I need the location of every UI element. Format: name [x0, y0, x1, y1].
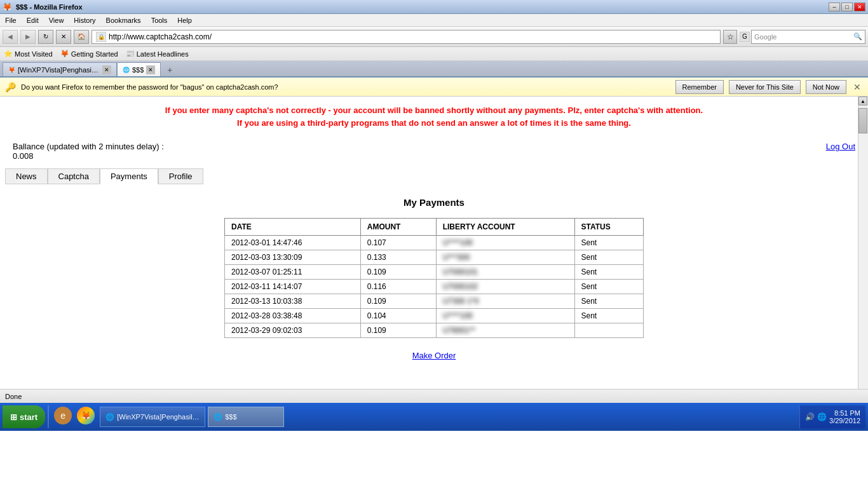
table-row: 2012-03-07 01:25:110.109U7000101Sent [225, 265, 644, 280]
window-chrome: 🦊 $$$ - Mozilla Firefox – □ ✕ [0, 0, 868, 14]
menu-history[interactable]: History [71, 15, 98, 25]
cell-status: Sent [574, 294, 644, 309]
cell-date: 2012-03-03 13:30:09 [225, 250, 361, 265]
cell-status: Sent [574, 236, 644, 250]
cell-amount: 0.109 [360, 294, 436, 309]
taskbar-time: 8:51 PM [829, 409, 860, 417]
most-visited-icon: ⭐ [4, 50, 13, 58]
cell-account: U78001** [436, 323, 574, 338]
window-controls: – □ ✕ [829, 3, 865, 11]
volume-icon[interactable]: 🔊 [805, 412, 815, 421]
cell-account: U7000102 [436, 280, 574, 294]
balance-area: Ballance (updated with 2 minutes delay) … [0, 132, 868, 166]
cell-status: Sent [574, 250, 644, 265]
forward-button[interactable]: ▶ [20, 30, 36, 44]
headlines-icon: 📰 [126, 50, 135, 58]
cell-account: U****100 [436, 309, 574, 323]
tab-news[interactable]: News [5, 168, 48, 184]
never-button[interactable]: Never for This Site [729, 80, 801, 94]
menu-tools[interactable]: Tools [149, 15, 170, 25]
network-icon[interactable]: 🌐 [817, 412, 827, 421]
menu-bookmarks[interactable]: Bookmarks [104, 15, 144, 25]
tab-payments[interactable]: Payments [100, 168, 158, 184]
cell-amount: 0.109 [360, 323, 436, 338]
search-placeholder: Google [754, 33, 776, 41]
getting-started-icon: 🦊 [60, 50, 69, 58]
balance-value: 0.008 [13, 151, 164, 161]
taskbar-ie-icon[interactable]: e [54, 407, 72, 424]
reload-button[interactable]: ↻ [38, 30, 53, 44]
taskbar-system-tray: 🔊 🌐 8:51 PM 3/29/2012 [799, 405, 865, 428]
taskbar-clock: 8:51 PM 3/29/2012 [829, 409, 860, 424]
cell-date: 2012-03-29 09:02:03 [225, 323, 361, 338]
search-input[interactable]: Google 🔍 [751, 30, 865, 44]
cell-account: U***300 [436, 250, 574, 265]
window-title: $$$ - Mozilla Firefox [16, 3, 83, 11]
warning-message: If you enter many captcha's not correctl… [0, 97, 868, 132]
start-icon: ⊞ [10, 412, 17, 422]
tab-1[interactable]: 🌐 $$$ ✕ [117, 62, 161, 76]
search-icon[interactable]: 🔍 [853, 32, 862, 41]
remember-button[interactable]: Remember [675, 80, 724, 94]
tab-1-close[interactable]: ✕ [146, 65, 155, 74]
password-icon: 🔑 [5, 82, 16, 92]
bookmark-most-visited[interactable]: ⭐ Most Visited [4, 50, 53, 58]
close-button[interactable]: ✕ [854, 3, 865, 11]
table-row: 2012-03-29 09:02:030.109U78001** [225, 323, 644, 338]
bookmark-star[interactable]: ☆ [723, 30, 737, 44]
minimize-button[interactable]: – [829, 3, 840, 11]
cell-status: Sent [574, 309, 644, 323]
menu-help[interactable]: Help [175, 15, 194, 25]
payments-section: My Payments DATE AMOUNT LIBERTY ACCOUNT … [0, 184, 868, 373]
menu-file[interactable]: File [3, 15, 19, 25]
taskbar-app-1[interactable]: 🌐 $$$ [208, 407, 284, 427]
start-button[interactable]: ⊞ start [3, 405, 45, 428]
col-account: LIBERTY ACCOUNT [436, 219, 574, 236]
tab-profile[interactable]: Profile [158, 168, 203, 184]
table-row: 2012-03-01 14:47:460.107U****100Sent [225, 236, 644, 250]
taskbar-app-0-icon: 🌐 [105, 413, 114, 421]
scroll-up[interactable]: ▲ [858, 97, 867, 105]
taskbar-app-0-label: [WinXP7Vista]Penghasilan $$$ berli... [117, 413, 200, 421]
cell-date: 2012-03-11 14:14:07 [225, 280, 361, 294]
page-area: If you enter many captcha's not correctl… [0, 97, 868, 389]
tab-0[interactable]: 🦊 [WinXP7Vista]Penghasilan $$$ berli... … [3, 62, 117, 76]
tab-0-close[interactable]: ✕ [102, 65, 111, 74]
toolbar: ◀ ▶ ↻ ✕ 🏠 🔒 http://www.captcha2cash.com/… [0, 27, 868, 47]
search-engine-icon: G [740, 32, 750, 42]
tab-0-label: [WinXP7Vista]Penghasilan $$$ berli... [18, 66, 100, 74]
bookmark-getting-started[interactable]: 🦊 Getting Started [60, 50, 118, 58]
table-row: 2012-03-28 03:38:480.104U****100Sent [225, 309, 644, 323]
address-bar: 🔒 http://www.captcha2cash.com/ [92, 30, 721, 44]
taskbar-divider [48, 405, 49, 428]
back-button[interactable]: ◀ [3, 30, 18, 44]
make-order-link[interactable]: Make Order [25, 351, 843, 360]
tab-1-label: $$$ [132, 66, 144, 74]
menu-view[interactable]: View [46, 15, 67, 25]
start-label: start [20, 412, 37, 422]
address-icon: 🔒 [96, 32, 106, 42]
warning-line2: If you are using a third-party programs … [13, 117, 855, 130]
taskbar-app-0[interactable]: 🌐 [WinXP7Vista]Penghasilan $$$ berli... [100, 407, 205, 427]
menu-edit[interactable]: Edit [24, 15, 41, 25]
scroll-thumb[interactable] [858, 108, 867, 133]
password-bar: 🔑 Do you want Firefox to remember the pa… [0, 78, 868, 97]
status-text: Done [5, 393, 863, 400]
tab-captcha[interactable]: Captcha [48, 168, 100, 184]
bookmark-latest-headlines[interactable]: 📰 Latest Headlines [126, 50, 189, 58]
not-now-button[interactable]: Not Now [806, 80, 846, 94]
cell-date: 2012-03-07 01:25:11 [225, 265, 361, 280]
cell-amount: 0.107 [360, 236, 436, 250]
tabs-bar: 🦊 [WinXP7Vista]Penghasilan $$$ berli... … [0, 61, 868, 78]
password-bar-close[interactable]: ✕ [851, 81, 863, 93]
logout-link[interactable]: Log Out [826, 142, 855, 151]
stop-button[interactable]: ✕ [56, 30, 71, 44]
scrollbar[interactable]: ▲ [858, 97, 868, 389]
home-button[interactable]: 🏠 [74, 30, 89, 44]
taskbar-apps: e 🦊 🌐 [WinXP7Vista]Penghasilan $$$ berli… [51, 407, 797, 427]
col-date: DATE [225, 219, 361, 236]
new-tab-button[interactable]: + [163, 64, 176, 76]
cell-account: U7300 1*0 [436, 294, 574, 309]
maximize-button[interactable]: □ [841, 3, 853, 11]
taskbar-ff-icon[interactable]: 🦊 [77, 407, 95, 424]
